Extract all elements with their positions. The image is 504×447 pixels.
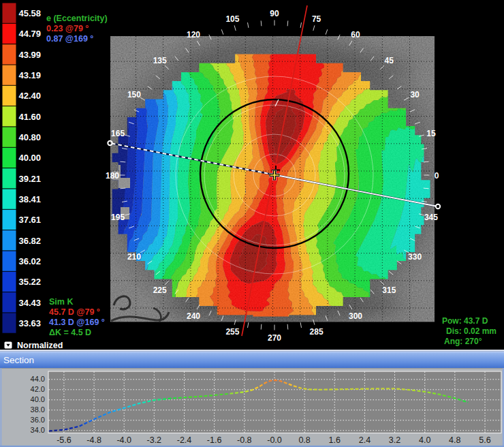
svg-text:43.19: 43.19: [18, 70, 41, 80]
svg-text:Section: Section: [3, 355, 34, 365]
svg-text:42.40: 42.40: [18, 91, 41, 101]
svg-text:44.0: 44.0: [31, 375, 45, 383]
svg-text:40.0: 40.0: [31, 395, 45, 403]
svg-text:315: 315: [382, 286, 396, 295]
svg-text:36.02: 36.02: [18, 256, 41, 266]
svg-text:5.6: 5.6: [479, 435, 490, 445]
svg-text:135: 135: [153, 56, 167, 65]
svg-text:ΔK = 4.5 D: ΔK = 4.5 D: [49, 328, 91, 337]
svg-text:120: 120: [187, 30, 200, 40]
svg-text:39.21: 39.21: [18, 174, 41, 184]
svg-text:34.43: 34.43: [18, 298, 41, 308]
svg-text:270: 270: [268, 333, 281, 343]
svg-text:60: 60: [351, 30, 360, 40]
svg-text:Dis: 0.02 mm: Dis: 0.02 mm: [446, 326, 497, 336]
svg-text:30: 30: [410, 90, 420, 99]
svg-text:0.8: 0.8: [298, 435, 310, 445]
svg-text:44.79: 44.79: [18, 29, 41, 39]
svg-text:45.7 D @79 °: 45.7 D @79 °: [49, 307, 100, 317]
svg-text:42.0: 42.0: [31, 385, 45, 393]
svg-text:240: 240: [187, 311, 200, 321]
svg-text:-4.0: -4.0: [116, 435, 131, 445]
svg-text:35.22: 35.22: [18, 277, 41, 287]
svg-text:4.8: 4.8: [449, 435, 460, 445]
svg-text:195: 195: [111, 213, 125, 222]
svg-text:e (Eccentricity): e (Eccentricity): [46, 14, 108, 23]
svg-text:-0.0: -0.0: [267, 435, 282, 445]
svg-text:1.6: 1.6: [329, 435, 341, 445]
svg-text:34.0: 34.0: [31, 426, 45, 434]
svg-text:3.2: 3.2: [389, 435, 400, 445]
svg-text:43.99: 43.99: [18, 50, 41, 60]
svg-text:36.82: 36.82: [18, 236, 41, 246]
svg-text:15: 15: [426, 129, 436, 138]
svg-text:45.58: 45.58: [18, 8, 41, 18]
svg-text:225: 225: [153, 286, 167, 295]
svg-text:-3.2: -3.2: [147, 435, 162, 445]
svg-text:90: 90: [270, 9, 279, 18]
svg-text:210: 210: [127, 252, 141, 262]
svg-text:180: 180: [106, 171, 119, 181]
svg-text:330: 330: [408, 252, 422, 262]
svg-text:165: 165: [111, 129, 125, 138]
svg-text:40.00: 40.00: [18, 153, 41, 163]
svg-text:Sim K: Sim K: [49, 297, 73, 307]
svg-text:345: 345: [424, 213, 438, 222]
svg-text:0.87 @169 °: 0.87 @169 °: [46, 34, 93, 44]
svg-text:2.4: 2.4: [359, 435, 371, 445]
svg-text:41.60: 41.60: [18, 112, 41, 122]
svg-text:4.0: 4.0: [419, 435, 430, 445]
svg-text:0.23 @79 °: 0.23 @79 °: [46, 24, 89, 33]
svg-text:255: 255: [225, 327, 239, 337]
svg-text:Ang: 270°: Ang: 270°: [444, 337, 482, 346]
svg-text:-2.4: -2.4: [177, 435, 192, 445]
svg-text:41.3 D @169 °: 41.3 D @169 °: [49, 318, 105, 327]
svg-text:-5.6: -5.6: [57, 435, 72, 445]
svg-text:Pow: 43.7 D: Pow: 43.7 D: [442, 316, 488, 326]
svg-text:Normalized: Normalized: [17, 341, 63, 350]
svg-text:36.0: 36.0: [31, 416, 45, 424]
svg-text:300: 300: [349, 311, 362, 321]
svg-text:-1.6: -1.6: [207, 435, 222, 445]
svg-text:75: 75: [312, 14, 321, 24]
svg-text:38.0: 38.0: [31, 405, 45, 414]
svg-text:285: 285: [310, 327, 324, 337]
svg-text:105: 105: [225, 14, 239, 24]
svg-text:37.61: 37.61: [18, 215, 41, 225]
svg-text:38.41: 38.41: [18, 194, 41, 204]
svg-text:-0.8: -0.8: [237, 435, 252, 445]
svg-text:0: 0: [435, 171, 439, 181]
svg-text:45: 45: [385, 56, 394, 65]
svg-text:40.80: 40.80: [18, 132, 41, 142]
svg-text:33.63: 33.63: [18, 318, 41, 328]
svg-text:-4.8: -4.8: [86, 435, 101, 445]
svg-text:150: 150: [127, 90, 141, 99]
